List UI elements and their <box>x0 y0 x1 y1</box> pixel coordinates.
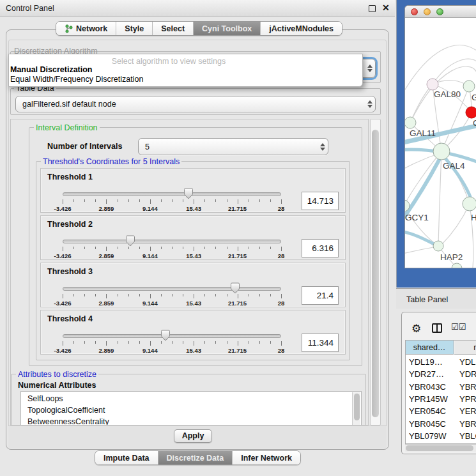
table-data-combobox[interactable]: galFiltered.sif default node <box>15 96 376 112</box>
tab-discretize-data[interactable]: Discretize Data <box>158 451 233 464</box>
network-node[interactable] <box>433 143 450 160</box>
slider-thumb[interactable] <box>183 188 194 199</box>
threshold-panel-3: Threshold 3-3.4262.8599.14415.4321.71528… <box>40 263 346 307</box>
network-node[interactable] <box>427 79 438 90</box>
network-edge[interactable] <box>410 84 433 123</box>
network-edge[interactable] <box>441 204 470 245</box>
threshold-value-field[interactable]: 6.316 <box>302 239 339 257</box>
threshold-value-field[interactable]: 11.344 <box>302 334 339 352</box>
network-node[interactable] <box>405 117 416 128</box>
table-cell-shared-name[interactable]: YER054C <box>409 406 446 416</box>
tab-impute-data[interactable]: Impute Data <box>95 451 158 464</box>
zoom-light[interactable] <box>436 8 443 15</box>
apply-button[interactable]: Apply <box>174 429 212 443</box>
slider-track[interactable] <box>63 192 281 196</box>
slider-tick-label: -3.426 <box>54 252 72 259</box>
slider-tick <box>281 294 282 298</box>
slider-tick <box>73 294 74 296</box>
slider-tick-label: 9.144 <box>142 205 158 212</box>
slider-tick <box>118 199 118 202</box>
table-cell-name[interactable]: YDL1 <box>459 357 476 367</box>
network-edge-thick[interactable] <box>405 231 438 246</box>
network-node[interactable] <box>433 241 443 251</box>
slider-tick-label: -3.426 <box>54 205 72 212</box>
numerical-attributes-list[interactable]: SelfLoopsTopologicalCoefficientBetweenne… <box>20 391 362 426</box>
table-data-combobox-value: galFiltered.sif default node <box>16 100 365 109</box>
network-icon <box>65 24 73 33</box>
table-cell-shared-name[interactable]: YDL19… <box>409 357 443 367</box>
table-cell-name[interactable]: YPR1 <box>459 394 476 404</box>
table-panel-title: Table Panel <box>406 295 448 304</box>
table-cell-shared-name[interactable]: YDR27… <box>409 369 444 379</box>
minimize-light[interactable] <box>424 8 431 15</box>
tab-cyni-toolbox[interactable]: Cyni Toolbox <box>194 22 261 35</box>
column-header-name[interactable]: n… <box>454 341 476 355</box>
columns-icon[interactable] <box>432 323 442 333</box>
tab-style[interactable]: Style <box>116 22 153 35</box>
network-node-label: C <box>473 118 476 128</box>
tab-select[interactable]: Select <box>153 22 194 35</box>
slider-track[interactable] <box>63 334 281 338</box>
slider-thumb[interactable] <box>125 235 135 247</box>
slider-tick <box>172 247 173 249</box>
slider-tick <box>63 341 63 346</box>
table-cell-shared-name[interactable]: YBR043C <box>409 382 446 392</box>
table-cell-name[interactable]: YBRO <box>459 419 476 429</box>
network-node[interactable] <box>463 197 476 211</box>
checkbox-icon[interactable]: ☑☑ <box>451 322 466 332</box>
threshold-value-field[interactable]: 14.713 <box>302 192 339 210</box>
close-icon[interactable]: ✕ <box>382 3 390 13</box>
tab-infer-network[interactable]: Infer Network <box>233 451 300 464</box>
slider-tick <box>161 199 162 202</box>
network-node[interactable] <box>463 81 475 92</box>
slider-tick <box>106 247 107 251</box>
network-node-label: GCY1 <box>405 213 429 222</box>
slider-tick <box>194 341 194 346</box>
slider-thumb[interactable] <box>160 330 171 341</box>
popup-item-equal-width-frequency-discretization[interactable]: Equal Width/Frequency Discretization <box>10 75 143 84</box>
settings-vertical-scrollbar[interactable] <box>370 119 381 426</box>
attribute-item-selfloops[interactable]: SelfLoops <box>27 394 63 403</box>
table-cell-shared-name[interactable]: YBL079W <box>409 431 447 441</box>
network-canvas[interactable]: GAL80GACGAL11GAL4GCY1HHAP2 <box>405 19 476 268</box>
table-cell-name[interactable]: YBRO <box>459 382 476 392</box>
scrollbar-thumb[interactable] <box>372 130 379 417</box>
slider-track[interactable] <box>63 287 281 291</box>
close-light[interactable] <box>411 8 418 15</box>
attribute-item-betweennesscentrality[interactable]: BetweennessCentrality <box>27 417 109 426</box>
table-cell-shared-name[interactable]: YBR045C <box>409 419 446 429</box>
network-edge[interactable] <box>405 247 437 255</box>
slider-tick <box>270 199 271 202</box>
scrollbar-thumb[interactable] <box>406 445 473 451</box>
tab-jactivemnodules[interactable]: jActiveMNodules <box>261 22 342 35</box>
table-cell-shared-name[interactable]: YPR145W <box>409 394 448 404</box>
slider-tick <box>204 199 205 202</box>
slider-tick <box>270 341 271 344</box>
slider-tick <box>63 199 63 204</box>
popup-item-manual-discretization[interactable]: Manual Discretization <box>10 65 93 74</box>
number-of-intervals-value: 5 <box>139 142 318 151</box>
slider-tick <box>259 199 260 202</box>
slider-track[interactable] <box>63 240 281 243</box>
table-horizontal-scrollbar[interactable] <box>405 444 476 452</box>
network-edge[interactable] <box>438 151 441 246</box>
float-window-icon[interactable] <box>369 5 376 12</box>
thresholds-group-title: Threshold's Coordinates for 5 Intervals <box>41 157 181 166</box>
threshold-value-field[interactable]: 21.4 <box>302 286 339 305</box>
table-cell-name[interactable]: YBLO <box>459 431 476 441</box>
node-table[interactable]: shared…n…YDL19…YDL1YDR27…YDR2YBR043CYBRO… <box>405 340 476 444</box>
attribute-item-topologicalcoefficient[interactable]: TopologicalCoefficient <box>27 406 105 415</box>
column-header-shared-name[interactable]: shared… <box>406 341 454 355</box>
tab-network[interactable]: Network <box>56 22 116 35</box>
list-scrollbar[interactable] <box>352 392 360 426</box>
bottom-tab-bar: Impute DataDiscretize DataInfer Network <box>95 450 301 465</box>
slider-thumb[interactable] <box>230 282 240 294</box>
table-cell-name[interactable]: YERO <box>459 406 476 416</box>
slider-tick <box>183 294 183 296</box>
number-of-intervals-combobox[interactable]: 5 <box>138 138 328 155</box>
table-cell-name[interactable]: YDR2 <box>459 369 476 379</box>
algorithm-dropdown-popup: Select algorithm to view settings Manual… <box>8 54 363 87</box>
network-node[interactable] <box>466 107 476 118</box>
table-panel-window: ⚙ ☑☑ shared…n…YDL19…YDL1YDR27…YDR2YBR043… <box>401 312 476 454</box>
gear-icon[interactable]: ⚙ <box>411 322 421 335</box>
